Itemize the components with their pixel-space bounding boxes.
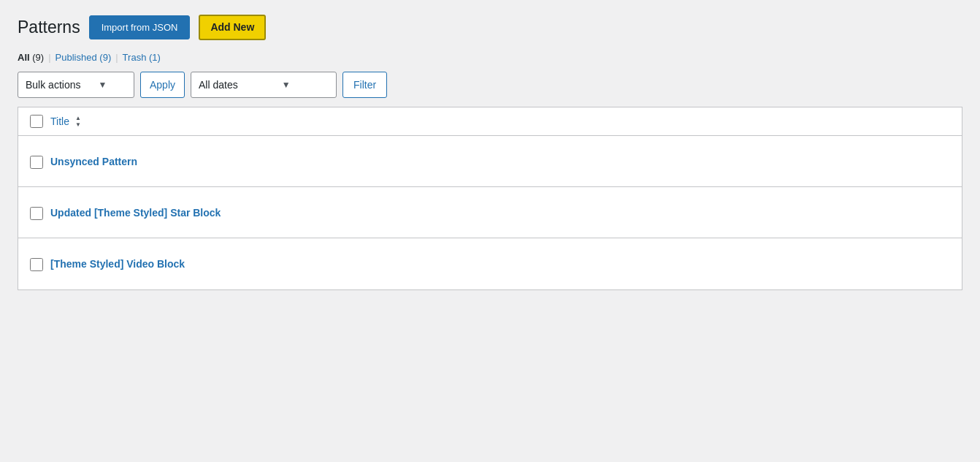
table-row: Unsynced Pattern: [18, 136, 962, 187]
page-title: Patterns: [18, 17, 80, 39]
apply-button[interactable]: Apply: [140, 72, 185, 98]
title-column-header[interactable]: Title: [50, 116, 81, 128]
filter-links: All (9) | Published (9) | Trash (1): [18, 52, 962, 63]
filter-separator-1: |: [48, 52, 50, 63]
filter-button[interactable]: Filter: [342, 72, 387, 98]
bulk-actions-dropdown[interactable]: Bulk actions ▼: [18, 72, 134, 98]
row-checkbox[interactable]: [30, 207, 43, 220]
dates-label: All dates: [199, 79, 238, 91]
pattern-title-link[interactable]: Unsynced Pattern: [50, 156, 137, 167]
select-all-checkbox[interactable]: [30, 115, 43, 128]
header-checkbox-cell: [30, 115, 50, 128]
pattern-title-link[interactable]: Updated [Theme Styled] Star Block: [50, 207, 221, 219]
bulk-actions-label: Bulk actions: [26, 79, 80, 91]
row-checkbox-cell: [30, 154, 50, 169]
row-checkbox[interactable]: [30, 156, 43, 169]
row-checkbox-cell: [30, 257, 50, 271]
page-header: Patterns Import from JSON Add New: [18, 15, 962, 40]
pattern-title-link[interactable]: [Theme Styled] Video Block: [50, 258, 185, 270]
toolbar: Bulk actions ▼ Apply All dates ▼ Filter: [18, 72, 962, 104]
page-wrapper: Patterns Import from JSON Add New All (9…: [0, 0, 980, 305]
filter-separator-2: |: [115, 52, 118, 63]
table-row: [Theme Styled] Video Block: [18, 238, 962, 289]
import-from-json-button[interactable]: Import from JSON: [89, 15, 191, 40]
filter-link-all[interactable]: All (9): [18, 52, 44, 63]
table-header-row: Title: [18, 107, 962, 136]
add-new-button[interactable]: Add New: [199, 15, 266, 40]
patterns-table: Title Unsynced Pattern Updated [Theme St…: [18, 107, 962, 290]
table-row: Updated [Theme Styled] Star Block: [18, 187, 962, 238]
bulk-actions-chevron-icon: ▼: [98, 80, 107, 90]
row-checkbox-cell: [30, 205, 50, 220]
dates-chevron-icon: ▼: [282, 80, 291, 90]
sort-icon: [75, 116, 81, 128]
filter-link-trash[interactable]: Trash (1): [123, 52, 161, 63]
row-checkbox[interactable]: [30, 258, 43, 271]
title-column-label: Title: [50, 116, 69, 127]
dates-dropdown[interactable]: All dates ▼: [191, 72, 337, 98]
filter-link-published[interactable]: Published (9): [55, 52, 112, 63]
